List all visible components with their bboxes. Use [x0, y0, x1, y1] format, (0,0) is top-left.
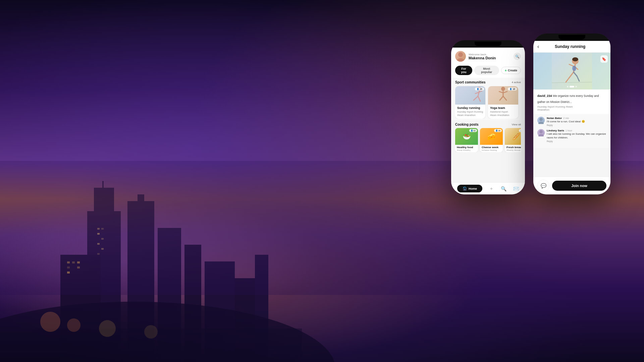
svg-point-62 — [538, 134, 544, 136]
bread-count: 👤 28 — [519, 129, 521, 132]
phone-2-screen: ‹ Sunday running — [533, 41, 610, 194]
image-dots — [567, 86, 577, 87]
search-nav-item[interactable]: 🔍 — [501, 186, 506, 191]
tab-create[interactable]: Create — [501, 67, 521, 74]
post-info: david_234 We organize runs every Sunday … — [533, 89, 610, 114]
phone-1-screen: Welcome back, Makenna Donin 🔍 For you Mo… — [451, 48, 525, 194]
yoga-name: Yoga team — [490, 106, 516, 110]
healthy-count: 👤 42 — [469, 129, 477, 132]
food-cards-row: 🥗 👤 42 Healthy food #meal #healthy 🧀 👤 3… — [455, 128, 521, 152]
running-name: Sunday running — [457, 106, 483, 110]
back-button[interactable]: ‹ — [537, 44, 539, 50]
svg-point-50 — [572, 57, 578, 61]
phone-2: ‹ Sunday running — [533, 34, 610, 194]
food-card-cheese[interactable]: 🧀 👤 35 Cheese week #cheese #tasting — [480, 128, 503, 152]
comment-2: Lindsey Saris 1 hour I will also be runn… — [537, 129, 606, 142]
sport-communities-section: Sport communities 4 active — [451, 78, 525, 120]
food-card-bread[interactable]: 🥖 👤 28 Fresh bread #freshly #bread — [505, 128, 521, 152]
greeting-block: Welcome back, Makenna Donin — [469, 53, 514, 60]
sport-section-header: Sport communities 4 active — [455, 80, 521, 84]
comment-1-reply[interactable]: Reply — [547, 124, 606, 126]
svg-line-46 — [503, 96, 506, 100]
svg-line-43 — [499, 92, 503, 93]
comment-2-reply[interactable]: Reply — [547, 140, 606, 142]
tabs-row: For you Most popular Create — [451, 64, 525, 78]
home-nav-item[interactable]: 🏠 Home — [457, 185, 482, 192]
svg-point-61 — [539, 130, 543, 133]
comment-1-time: 2 min — [563, 117, 569, 119]
search-icon[interactable]: 🔍 — [514, 53, 521, 60]
hero-runner-svg — [552, 53, 592, 89]
comment-1-body: Nolan Bator 2 min I'll come for a run. C… — [547, 117, 606, 126]
tab-for-you[interactable]: For you — [455, 66, 472, 75]
sport-section-title: Sport communities — [455, 80, 486, 84]
add-icon: ＋ — [489, 186, 494, 192]
community-img-running: 24 — [455, 86, 485, 105]
svg-point-30 — [99, 320, 116, 337]
comment-1-avatar — [537, 117, 545, 124]
notch-bar-1 — [475, 42, 501, 46]
hero-image: 🔖 — [533, 53, 610, 89]
cheese-img: 🧀 👤 35 — [480, 128, 503, 145]
svg-line-36 — [478, 91, 479, 96]
p2-title: Sunday running — [542, 44, 598, 49]
healthy-food-img: 🥗 👤 42 — [455, 128, 478, 145]
join-button[interactable]: Join now — [552, 181, 606, 191]
community-img-yoga: 18 — [488, 86, 518, 105]
comments-section: Nolan Bator 2 min I'll come for a run. C… — [533, 114, 610, 148]
running-tags: #sunday #sport #running#team #marathon — [457, 110, 483, 117]
dot-2-active — [570, 86, 574, 87]
svg-line-44 — [503, 92, 507, 93]
svg-point-58 — [572, 66, 576, 71]
bread-img: 🥖 👤 28 — [505, 128, 521, 145]
svg-point-34 — [457, 58, 464, 62]
svg-point-41 — [501, 87, 505, 91]
yoga-info: Yoga team #weekend #sport#team #meditati… — [488, 105, 518, 119]
running-user-count: 24 — [475, 87, 484, 90]
comment-2-header: Lindsey Saris 1 hour — [547, 129, 606, 132]
comment-1: Nolan Bator 2 min I'll come for a run. C… — [537, 117, 606, 126]
phone-2-notch — [533, 34, 610, 41]
svg-point-60 — [538, 122, 544, 124]
avatar-image — [455, 51, 466, 62]
cooking-section: Cooking posts View all 🥗 👤 42 Healthy fo… — [451, 120, 525, 172]
svg-point-28 — [40, 312, 60, 332]
post-username: david_234 — [537, 94, 553, 98]
community-card-yoga[interactable]: 18 Yoga team #weekend #sport#team #medit… — [488, 86, 518, 119]
svg-line-38 — [478, 96, 480, 101]
chat-button[interactable]: 💬 — [537, 180, 549, 192]
user-name: Makenna Donin — [469, 56, 514, 60]
home-icon: 🏠 — [463, 186, 467, 191]
community-card-running[interactable]: 24 Sunday running #sunday #sport #runnin… — [455, 86, 485, 119]
comment-1-header: Nolan Bator 2 min — [547, 117, 606, 120]
sport-section-badge: 4 active — [512, 81, 521, 84]
p2-bottom-bar: 💬 Join now — [533, 177, 610, 194]
healthy-label: Healthy food — [455, 145, 478, 149]
message-nav-item[interactable]: ✉️ — [513, 186, 519, 191]
comment-2-avatar — [537, 129, 545, 136]
phones-container: Welcome back, Makenna Donin 🔍 For you Mo… — [451, 34, 610, 194]
svg-line-45 — [500, 96, 503, 100]
yoga-user-count: 18 — [508, 87, 517, 90]
dot-1 — [567, 86, 569, 87]
comment-2-time: 1 hour — [566, 129, 572, 132]
comment-1-name: Nolan Bator — [547, 117, 562, 120]
add-nav-item[interactable]: ＋ — [489, 186, 494, 192]
cheese-tags: #cheese #tasting — [480, 149, 503, 152]
food-card-healthy[interactable]: 🥗 👤 42 Healthy food #meal #healthy — [455, 128, 478, 152]
svg-line-37 — [474, 96, 478, 100]
comment-1-text: I'll come for a run. Cool idea! 😊 — [547, 120, 606, 123]
healthy-tags: #meal #healthy — [455, 149, 478, 152]
communities-row: 24 Sunday running #sunday #sport #runnin… — [455, 86, 521, 119]
bookmark-icon[interactable]: 🔖 — [600, 55, 608, 63]
view-all-link[interactable]: View all — [512, 123, 521, 126]
user-avatar — [455, 51, 466, 62]
svg-point-29 — [67, 318, 80, 332]
dot-3 — [575, 86, 577, 87]
tab-most-popular[interactable]: Most popular — [474, 66, 499, 75]
svg-point-33 — [458, 52, 463, 57]
message-icon: ✉️ — [513, 186, 519, 191]
bread-visual: 🥖 — [505, 128, 521, 145]
p1-header: Welcome back, Makenna Donin 🔍 — [451, 48, 525, 64]
yoga-tags: #weekend #sport#team #meditation — [490, 110, 516, 117]
